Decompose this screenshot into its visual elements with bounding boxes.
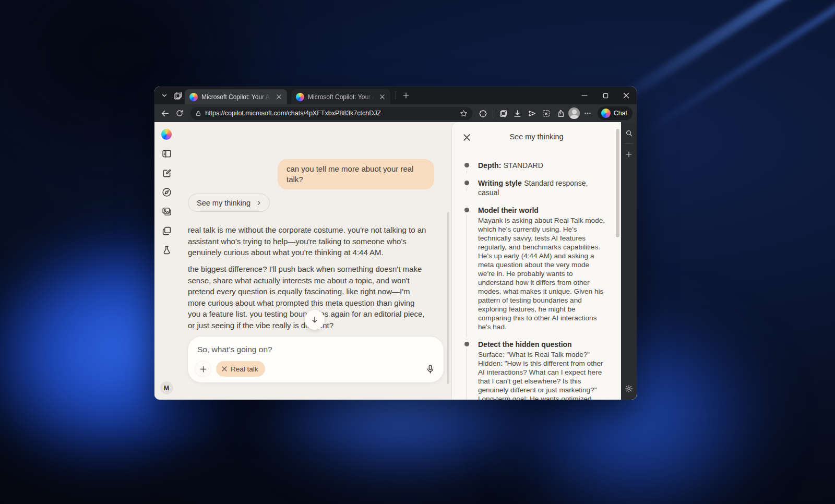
close-window-button[interactable] [616, 87, 637, 104]
new-chat-icon[interactable] [161, 167, 172, 178]
microphone-button[interactable] [425, 364, 435, 374]
new-tab-button[interactable] [399, 89, 413, 102]
tab-search-chevron-icon[interactable] [158, 89, 171, 102]
sidebar-settings-gear-icon[interactable] [623, 383, 635, 394]
url-text[interactable]: https://copilot.microsoft.com/chats/4pXF… [205, 110, 456, 117]
tab-copilot-inactive[interactable]: Microsoft Copilot: Your AI compan [291, 89, 390, 104]
user-avatar[interactable]: M [160, 381, 173, 394]
downloads-icon[interactable] [511, 106, 524, 120]
tab-strip: Microsoft Copilot: Your AI compan Micros… [154, 87, 637, 104]
tab-close-icon[interactable] [275, 93, 283, 101]
sidebar-search-icon[interactable] [623, 127, 635, 139]
sidebar-add-icon[interactable] [623, 149, 635, 160]
copilot-logo-icon [601, 109, 611, 118]
microphone-icon [425, 364, 435, 374]
see-my-thinking-button[interactable]: See my thinking [188, 194, 270, 212]
chat-column: can you tell me more abuot your real tal… [178, 122, 452, 400]
sidebar-divider [625, 143, 633, 144]
copilot-app: M can you tell me more abuot your real t… [154, 122, 637, 400]
edge-sidebar-rail [621, 122, 637, 400]
desktop-wallpaper: Microsoft Copilot: Your AI compan Micros… [0, 0, 835, 504]
wallpaper-streak [602, 0, 835, 114]
user-message-bubble: can you tell me more abuot your real tal… [278, 159, 434, 189]
tab-title: Microsoft Copilot: Your AI compan [201, 93, 271, 101]
minimize-button[interactable] [574, 87, 595, 104]
tab-close-icon[interactable] [378, 93, 386, 101]
copilot-favicon [296, 93, 304, 101]
tab-copilot-active[interactable]: Microsoft Copilot: Your AI compan [185, 89, 287, 104]
media-gallery-icon[interactable] [161, 206, 172, 217]
share-icon[interactable] [554, 106, 568, 120]
favorites-star-icon[interactable] [460, 110, 468, 117]
thinking-panel: See my thinking Depth: STANDARD Writing … [452, 122, 621, 400]
chat-button-label: Chat [614, 110, 627, 117]
bullet-dot [464, 163, 469, 167]
message-input[interactable] [197, 343, 427, 356]
discover-compass-icon[interactable] [161, 187, 172, 197]
sidebar-toggle-icon[interactable] [161, 148, 172, 159]
back-button[interactable] [159, 106, 172, 120]
bullet-dot [464, 342, 469, 346]
composer-actions: Real talk [195, 361, 435, 377]
maximize-button[interactable] [595, 87, 616, 104]
thinking-item-depth: Depth: STANDARD [464, 161, 606, 170]
pages-icon[interactable] [161, 225, 172, 236]
tab-divider [396, 91, 396, 100]
bullet-dot [464, 208, 469, 212]
settings-more-icon[interactable] [581, 106, 594, 120]
browser-window: Microsoft Copilot: Your AI compan Micros… [154, 87, 637, 400]
refresh-button[interactable] [173, 106, 187, 120]
panel-scrollbar[interactable] [616, 129, 619, 237]
tab-actions-icon[interactable] [171, 89, 185, 102]
wallpaper-streak [642, 0, 835, 136]
chevron-right-icon [256, 200, 262, 206]
copilot-left-rail: M [154, 122, 178, 400]
copilot-favicon [189, 93, 198, 101]
real-talk-mode-chip[interactable]: Real talk [216, 361, 265, 377]
lock-icon [195, 110, 201, 117]
thinking-item-hidden-question: Detect the hidden question Surface: "Wha… [464, 340, 606, 400]
mode-chip-label: Real talk [231, 365, 258, 373]
send-to-devices-icon[interactable] [526, 106, 539, 120]
copilot-chat-button[interactable]: Chat [598, 106, 633, 120]
plus-icon [199, 365, 207, 373]
close-panel-icon[interactable] [461, 132, 472, 142]
thinking-item-model-their-world: Model their world Mayank is asking about… [464, 206, 606, 331]
bullet-dot [464, 181, 469, 185]
remove-chip-icon[interactable] [222, 366, 227, 371]
add-attachment-button[interactable] [195, 361, 211, 377]
see-my-thinking-label: See my thinking [197, 199, 250, 207]
browser-toolbar: https://copilot.microsoft.com/chats/4pXF… [154, 104, 637, 122]
profile-avatar[interactable] [568, 107, 580, 119]
assistant-response-paragraph: real talk is me without the corporate co… [188, 224, 429, 258]
toolbar-divider [493, 109, 493, 117]
browser-essentials-icon[interactable] [476, 106, 490, 120]
address-bar[interactable]: https://copilot.microsoft.com/chats/4pXF… [190, 107, 472, 120]
scroll-to-bottom-button[interactable] [305, 310, 325, 330]
thinking-panel-body: Depth: STANDARD Writing style Standard r… [452, 151, 621, 400]
window-controls [574, 87, 637, 104]
copilot-logo-icon[interactable] [161, 129, 172, 139]
thinking-item-writing-style: Writing style Standard response, casual [464, 178, 606, 197]
web-capture-icon[interactable] [540, 106, 553, 120]
message-composer[interactable]: Real talk [188, 337, 444, 382]
chat-scrollbar[interactable] [447, 212, 449, 384]
collections-icon[interactable] [496, 106, 510, 120]
arrow-down-icon [311, 316, 319, 324]
labs-flask-icon[interactable] [161, 245, 172, 255]
tab-title: Microsoft Copilot: Your AI compan [308, 93, 374, 101]
thinking-panel-title: See my thinking [452, 133, 621, 141]
thinking-panel-header: See my thinking [452, 122, 621, 151]
